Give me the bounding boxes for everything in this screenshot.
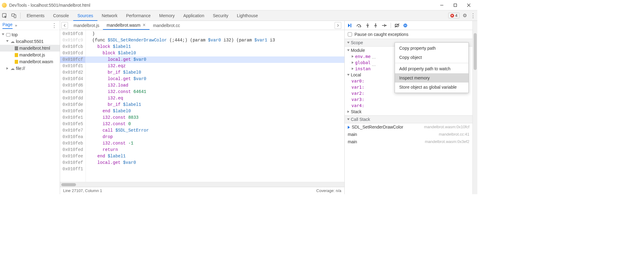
scrollbar-thumb[interactable] <box>61 183 76 186</box>
window-close-button[interactable] <box>462 0 475 10</box>
tab-performance[interactable]: Performance <box>122 10 155 21</box>
code-body[interactable]: ) (func $SDL_SetRenderDrawColor (;444;) … <box>86 30 344 182</box>
chevron-down-icon <box>347 42 350 44</box>
frame-icon <box>6 33 10 37</box>
tab-sources[interactable]: Sources <box>73 10 97 21</box>
section-label: Scope <box>351 40 363 45</box>
tab-lighthouse[interactable]: Lighthouse <box>233 10 262 21</box>
callstack-frame-0[interactable]: SDL_SetRenderDrawColormandelbrot.wasm:0x… <box>345 123 472 131</box>
chevron-right-icon <box>352 55 354 58</box>
step-into-icon[interactable] <box>366 23 370 28</box>
tab-memory[interactable]: Memory <box>155 10 179 21</box>
window-minimize-button[interactable] <box>435 0 449 10</box>
ctx-copy-object[interactable]: Copy object <box>395 53 468 62</box>
more-menu-icon[interactable]: ⋮ <box>470 12 476 19</box>
main-tabs-bar: Elements Console Sources Network Perform… <box>0 10 477 21</box>
scrollbar-thumb[interactable] <box>474 33 477 70</box>
step-out-icon[interactable] <box>373 23 378 28</box>
tree-label: mandelbrot.js <box>19 52 45 57</box>
callstack-frame-1[interactable]: mainmandelbrot.cc:41 <box>345 131 472 138</box>
file-tree: top ☁localhost:5501 mandelbrot.html mand… <box>0 30 60 73</box>
tree-file-js[interactable]: mandelbrot.js <box>0 52 60 58</box>
debugger-panel: Pause on caught exceptions Scope Module … <box>345 21 477 194</box>
ctx-copy-property-path[interactable]: Copy property path <box>395 44 468 53</box>
tree-node-top[interactable]: top <box>0 31 60 38</box>
tree-node-host[interactable]: ☁localhost:5501 <box>0 38 60 45</box>
tab-security[interactable]: Security <box>209 10 233 21</box>
chevron-down-icon <box>347 118 350 120</box>
ctx-inspect-memory[interactable]: Inspect memory <box>395 73 468 83</box>
pause-on-exceptions-row[interactable]: Pause on caught exceptions <box>345 30 472 39</box>
step-over-icon[interactable] <box>356 23 362 28</box>
vertical-scrollbar[interactable] <box>472 21 477 194</box>
tab-network[interactable]: Network <box>97 10 122 21</box>
section-label: Call Stack <box>351 117 370 122</box>
svg-point-10 <box>367 26 368 28</box>
tab-application[interactable]: Application <box>179 10 209 21</box>
resume-icon[interactable] <box>348 23 353 28</box>
file-tabs: mandelbrot.js mandelbrot.wasm✕ mandelbro… <box>60 21 344 30</box>
divider <box>20 13 21 19</box>
svg-point-8 <box>358 26 359 27</box>
more-tabs-icon[interactable]: » <box>15 23 17 28</box>
file-tab-cc[interactable]: mandelbrot.cc <box>150 21 184 30</box>
window-maximize-button[interactable] <box>449 0 462 10</box>
tree-node-file[interactable]: ☁file:// <box>0 65 60 72</box>
svg-rect-6 <box>14 15 16 18</box>
debugger-toolbar <box>345 21 472 30</box>
scope-local-var4[interactable]: var4: <box>347 102 470 109</box>
tab-elements[interactable]: Elements <box>22 10 49 21</box>
cloud-icon: ☁ <box>10 66 15 71</box>
chevron-down-icon <box>347 74 350 76</box>
svg-point-16 <box>403 24 407 27</box>
tab-console[interactable]: Console <box>49 10 73 21</box>
svg-point-12 <box>375 23 376 25</box>
horizontal-scrollbar[interactable] <box>60 182 344 187</box>
callstack-section-header[interactable]: Call Stack <box>345 115 472 123</box>
settings-gear-icon[interactable]: ⚙ <box>461 13 469 18</box>
tree-file-wasm[interactable]: mandelbrot.wasm <box>0 58 60 65</box>
nav-forward-icon[interactable] <box>335 22 341 29</box>
device-emulation-icon[interactable] <box>9 13 18 18</box>
status-bar: Line 27107, Column 1 Coverage: n/a <box>60 187 344 194</box>
error-icon: ✕ <box>450 14 454 17</box>
chevron-right-icon <box>6 67 8 70</box>
scope-var: var3: <box>351 97 364 102</box>
cloud-icon: ☁ <box>10 39 15 44</box>
page-tab[interactable]: Page <box>2 22 13 29</box>
deactivate-breakpoints-icon[interactable] <box>395 23 400 28</box>
scope-stack[interactable]: Stack <box>347 109 470 115</box>
scope-label: Local <box>351 72 361 77</box>
close-tab-icon[interactable]: ✕ <box>142 23 146 27</box>
ctx-add-watch[interactable]: Add property path to watch <box>395 64 468 73</box>
step-icon[interactable] <box>381 23 387 28</box>
error-count-badge[interactable]: ✕ 4 <box>448 13 460 18</box>
divider <box>391 23 391 28</box>
inspect-element-icon[interactable] <box>0 13 9 18</box>
checkbox-icon[interactable] <box>348 32 352 37</box>
file-icon <box>15 46 18 50</box>
frame-loc: mandelbrot.cc:41 <box>439 132 469 137</box>
scope-var: instan <box>355 66 371 71</box>
ctx-store-global[interactable]: Store object as global variable <box>395 83 468 92</box>
frame-name: main <box>348 139 357 144</box>
file-tab-wasm[interactable]: mandelbrot.wasm✕ <box>103 21 150 30</box>
pause-exceptions-icon[interactable] <box>403 23 407 28</box>
main-content: Page » ⋮ top ☁localhost:5501 mandelbrot.… <box>0 21 477 194</box>
svg-rect-1 <box>454 4 457 6</box>
scope-var: var4: <box>351 103 364 108</box>
main-tabs-right: ✕ 4 ⚙ ⋮ <box>448 12 477 19</box>
scope-var: env.me <box>355 54 371 59</box>
chevron-down-icon <box>6 40 9 42</box>
tree-file-html[interactable]: mandelbrot.html <box>0 45 60 52</box>
code-editor[interactable]: 0x010fc8 0x010fc9 0x010fcb 0x010fcd 0x01… <box>60 30 344 182</box>
callstack-frame-2[interactable]: mainmandelbrot.wasm:0x3ef2 <box>345 138 472 145</box>
tree-label: mandelbrot.html <box>19 46 50 51</box>
scope-local-var3[interactable]: var3: <box>347 96 470 102</box>
tree-label: localhost:5501 <box>16 39 44 44</box>
nav-back-icon[interactable] <box>61 22 68 29</box>
pause-exceptions-label: Pause on caught exceptions <box>354 32 408 37</box>
ellipsis-icon: … <box>372 62 376 67</box>
files-more-icon[interactable]: ⋮ <box>51 22 57 29</box>
file-tab-js[interactable]: mandelbrot.js <box>70 21 103 30</box>
